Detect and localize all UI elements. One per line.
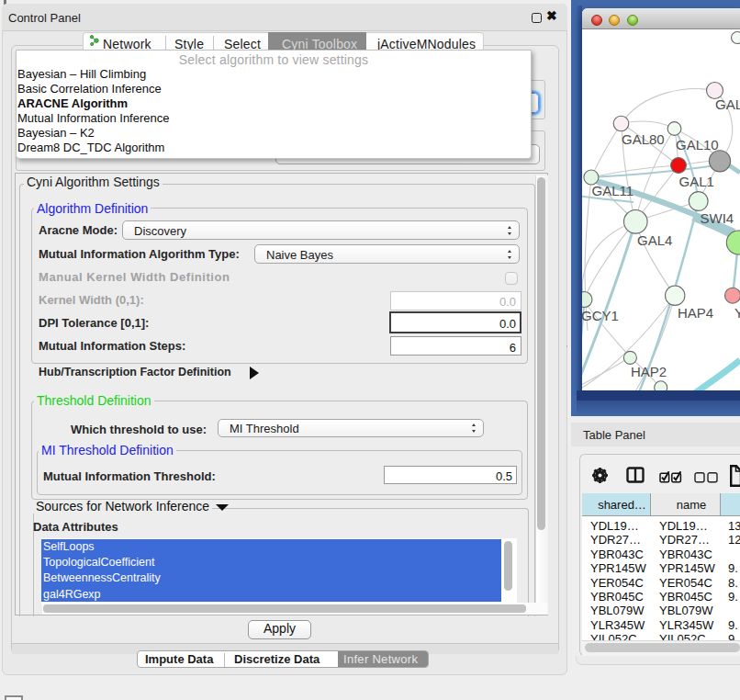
svg-text:Y: Y	[734, 305, 740, 321]
svg-text:GAL2: GAL2	[715, 96, 740, 112]
svg-text:HAP4: HAP4	[678, 305, 713, 321]
svg-text:GAL80: GAL80	[622, 131, 665, 147]
svg-text:GAL1: GAL1	[679, 174, 714, 189]
svg-text:GAL11: GAL11	[592, 183, 634, 198]
svg-text:SWI4: SWI4	[701, 210, 734, 226]
svg-text:GCY1: GCY1	[582, 308, 619, 323]
svg-text:GAL4: GAL4	[637, 232, 672, 248]
svg-text:HAP2: HAP2	[631, 364, 667, 379]
svg-text:GAL10: GAL10	[676, 137, 719, 152]
